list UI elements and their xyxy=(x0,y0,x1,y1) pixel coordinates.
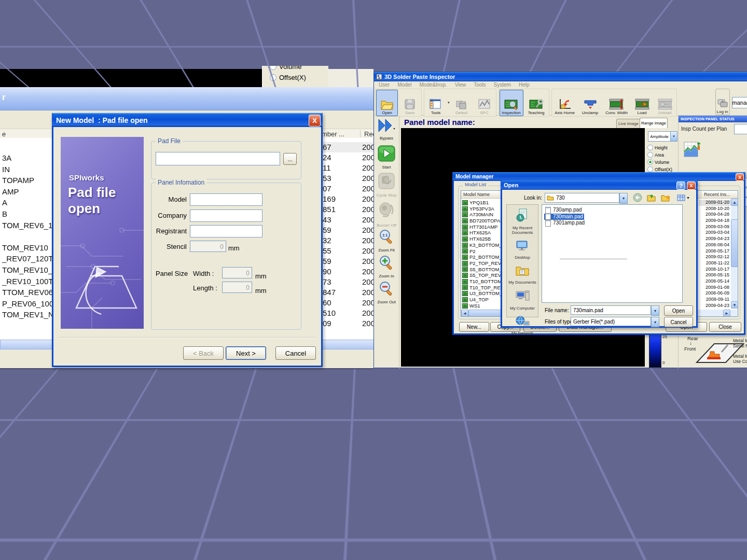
login-button[interactable]: Log in xyxy=(715,89,730,115)
zoom-in-button[interactable]: Zoom In xyxy=(375,255,398,278)
open-button[interactable]: Open xyxy=(376,90,398,116)
close-icon[interactable]: X xyxy=(309,115,321,127)
recent-date-cell[interactable]: 2009-03-09 xyxy=(699,224,731,230)
look-in-arrow-icon[interactable]: ▾ xyxy=(619,193,628,204)
list-row[interactable]: 510 200 xyxy=(320,308,374,318)
open-nav-icons[interactable] xyxy=(633,193,693,203)
login-user-field[interactable]: manager xyxy=(732,97,747,108)
recent-date-cell[interactable]: 2009-01-20 xyxy=(699,200,731,206)
recent-date-cell[interactable]: 2009-02-12 xyxy=(699,254,731,260)
buzzer-off-button[interactable]: Buzzer Off xyxy=(375,201,398,228)
tab-live-image[interactable]: Live Image xyxy=(616,119,641,128)
recent-date-cell[interactable]: 2008-11-22 xyxy=(699,260,731,267)
recent-date-cell[interactable]: 2009-04-23 xyxy=(699,303,731,309)
model-name-cell[interactable]: P_REV06_100T xyxy=(2,298,53,310)
menu-item[interactable]: Model xyxy=(397,82,411,88)
open-file-button[interactable]: Open xyxy=(664,305,693,316)
insp-count-field[interactable] xyxy=(734,124,747,134)
file-row[interactable]: 7301amp.pad xyxy=(544,220,586,227)
defect-button[interactable]: Defect xyxy=(451,90,473,116)
width-input[interactable]: 0 xyxy=(222,267,252,278)
radio-height[interactable]: Height xyxy=(647,145,668,150)
place-my-recent-documents[interactable]: My Recent Documents xyxy=(507,208,538,235)
scroll-right-icon[interactable]: ► xyxy=(723,310,730,317)
model-name-cell[interactable]: _REV10_100T xyxy=(2,276,53,287)
length-input[interactable]: 0 xyxy=(222,282,252,293)
conv-width-button[interactable]: Conv. Width xyxy=(603,90,630,116)
recent-ins-column-header[interactable]: Recent Ins... xyxy=(704,192,730,197)
menu-item[interactable]: User xyxy=(379,82,390,88)
help-icon[interactable]: ? xyxy=(676,181,685,190)
model-name-cell[interactable]: A xyxy=(2,197,53,208)
mm-close-button[interactable]: Close xyxy=(709,322,741,332)
company-input[interactable] xyxy=(190,209,262,222)
cancel-file-button[interactable]: Cancel xyxy=(664,317,693,327)
menu-item[interactable]: View xyxy=(455,82,466,88)
next-button[interactable]: Next > xyxy=(226,346,266,360)
number-date-columns[interactable]: 67 200 24 200 11 200 53 200 07 200 169 2… xyxy=(320,142,374,329)
menu-item[interactable]: Tools xyxy=(474,82,486,88)
scroll-down-icon[interactable]: ▼ xyxy=(731,301,738,309)
save-button[interactable]: Save xyxy=(399,90,421,116)
list-row[interactable]: 59 200 xyxy=(320,225,374,235)
list-row[interactable]: 90 200 xyxy=(320,267,374,277)
file-type-arrow-icon[interactable]: ▾ xyxy=(651,317,659,327)
new-button[interactable]: New... xyxy=(459,322,489,332)
model-name-cell[interactable]: TOM_REV1_NEW xyxy=(2,309,53,320)
list-row[interactable]: 60 200 xyxy=(320,298,374,308)
list-row[interactable]: 67 200 xyxy=(320,142,374,152)
model-manager-close-icon[interactable]: X xyxy=(736,173,744,181)
open-dialog-titlebar[interactable]: Open ? X xyxy=(501,180,698,190)
model-name-cell[interactable]: _REV07_120T xyxy=(2,253,53,264)
menu-item[interactable]: System xyxy=(494,82,511,88)
place-my-network[interactable]: My Network xyxy=(507,315,538,335)
recent-date-cell[interactable]: 2008-05-15 xyxy=(699,272,731,278)
file-name-combo[interactable]: 730main.pad xyxy=(571,305,651,315)
zoom-fit-button[interactable]: 1:1 Zoom Fit xyxy=(375,229,398,253)
place-my-documents[interactable]: My Documents xyxy=(507,264,538,285)
stencil-input[interactable]: 0 xyxy=(190,241,226,252)
tools-dropdown-arrow-icon[interactable]: ▾ xyxy=(448,101,450,105)
list-row[interactable]: 73 200 xyxy=(320,277,374,287)
list-row[interactable]: 32 200 xyxy=(320,235,374,246)
browse-button[interactable]: ... xyxy=(283,153,297,165)
open-dialog-close-icon[interactable]: X xyxy=(687,181,696,190)
recent-date-cell[interactable]: 2008-09-11 xyxy=(699,297,731,303)
model-name-cell[interactable]: B xyxy=(2,208,53,220)
model-manager-titlebar[interactable]: Model manager X xyxy=(452,172,745,181)
model-name-cell[interactable]: 3A xyxy=(2,152,53,164)
model-name-cell[interactable]: TTOM_REV06W xyxy=(2,287,53,298)
scroll-left-icon[interactable]: ◄ xyxy=(461,310,468,317)
recent-date-cell[interactable]: 2008-05-17 xyxy=(699,248,731,255)
model-name-cell[interactable] xyxy=(2,231,53,242)
app-titlebar[interactable]: 3D Solder Paste Inspector xyxy=(374,72,747,81)
recent-date-cell[interactable]: 2008-05-14 xyxy=(699,278,731,285)
model-name-cell[interactable]: TOM_REV10 xyxy=(2,242,53,254)
column-header-name[interactable]: e xyxy=(2,130,6,138)
scroll-up-icon[interactable]: ▲ xyxy=(731,199,738,206)
recent-dates[interactable]: 2009-01-202008-10-202009-04-282009-04-18… xyxy=(699,200,731,309)
left-window-titlebar[interactable]: r xyxy=(0,87,374,110)
amplitude-dropdown-arrow-icon[interactable]: ▾ xyxy=(670,131,677,142)
vertical-scrollbar[interactable]: ▲ ▼ xyxy=(731,199,738,309)
menu-item[interactable]: Help xyxy=(519,82,530,88)
registrant-input[interactable] xyxy=(190,225,262,237)
list-row[interactable]: 07 200 xyxy=(320,184,374,194)
list-row[interactable]: 847 200 xyxy=(320,287,374,298)
model-name-cell[interactable]: TOM_REV6_120 xyxy=(2,220,53,231)
place-my-computer[interactable]: My Computer xyxy=(507,289,538,311)
radio-offset-main[interactable]: Offset(X) xyxy=(647,166,672,172)
recent-date-cell[interactable]: 2009-04-23 xyxy=(699,236,731,242)
pad-file-input[interactable] xyxy=(156,152,280,165)
list-row[interactable]: 09 200 xyxy=(320,318,374,329)
column-header-number[interactable]: mber ... xyxy=(322,130,344,138)
recent-date-cell[interactable]: 2008-06-09 xyxy=(699,290,731,297)
radio-area[interactable]: Area xyxy=(647,152,664,158)
load-button[interactable]: Load xyxy=(631,90,653,116)
model-name-column-header[interactable]: Model Name xyxy=(463,192,490,197)
cycle-stop-button[interactable]: Cycle Stop xyxy=(375,172,398,198)
file-rows[interactable]: 730amp.pad 730main.pad 7301amp.pad xyxy=(542,205,682,227)
recent-date-cell[interactable]: 2009-01-08 xyxy=(699,285,731,291)
model-input[interactable] xyxy=(190,193,262,206)
start-button[interactable]: Start xyxy=(375,145,398,170)
